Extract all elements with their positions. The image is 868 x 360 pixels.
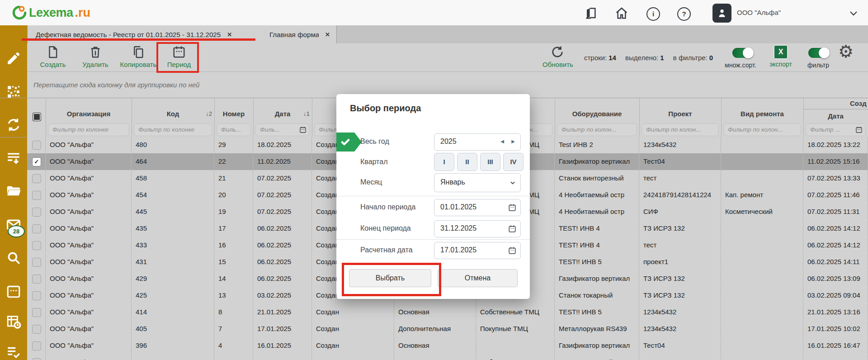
column-header-created[interactable]: СоздДатаФильтр ... xyxy=(803,98,868,137)
year-input[interactable]: 2025◀▶ xyxy=(434,133,521,151)
cell-created: 06.02.2025 14:12 xyxy=(803,237,868,253)
row-checkbox[interactable] xyxy=(32,224,41,233)
date-input[interactable]: 31.12.2025 xyxy=(434,220,521,237)
filter-input-repair[interactable]: Фильтр по колон... xyxy=(723,123,801,136)
row-checkbox[interactable] xyxy=(32,275,41,284)
cell-repair xyxy=(721,170,803,186)
row-checkbox[interactable] xyxy=(32,325,41,334)
row-checkbox[interactable] xyxy=(32,241,41,250)
sidebar-modules-icon[interactable] xyxy=(6,84,21,99)
row-checkbox[interactable] xyxy=(32,258,41,267)
row-checkbox-cell xyxy=(27,287,46,303)
cell-repair xyxy=(721,321,803,337)
column-header-date[interactable]: Дата↓1Филь... xyxy=(253,98,312,137)
window-exit-icon[interactable] xyxy=(584,6,598,20)
row-checkbox[interactable] xyxy=(32,291,41,300)
cell-project: ТЗ ИСРЗ 132 xyxy=(639,220,721,237)
column-header-code[interactable]: Код↓2Фильтр по колонке xyxy=(132,98,215,137)
cell-project: 1234к5432 xyxy=(639,137,721,153)
company-selector[interactable]: ООО "Альфа" xyxy=(737,0,781,25)
sidebar-report-clock-icon[interactable] xyxy=(6,314,21,329)
sidebar-pencil-icon[interactable] xyxy=(6,51,21,66)
quarter-button-II[interactable]: II xyxy=(457,153,477,171)
multi-sort-toggle[interactable] xyxy=(732,48,753,58)
filter-label: фильтр xyxy=(800,61,836,70)
copy-button[interactable]: Копировать xyxy=(117,43,160,71)
quarter-button-I[interactable]: I xyxy=(434,153,454,171)
calendar-icon[interactable] xyxy=(508,225,516,233)
lexema-logo[interactable]: Lexema.ru xyxy=(12,5,90,21)
chevron-down-icon[interactable] xyxy=(848,8,859,19)
select-button[interactable]: Выбрать xyxy=(349,269,431,287)
cell-date: 06.02.2025 xyxy=(253,237,312,253)
field-label: Конец периода xyxy=(360,220,411,237)
filter-input-created[interactable]: Фильтр ... xyxy=(806,123,866,136)
rows-count: 14 xyxy=(609,54,616,62)
sidebar-search-icon[interactable] xyxy=(6,250,21,265)
delete-button[interactable]: Удалить xyxy=(74,43,117,71)
filter-input-equip[interactable]: Фильтр по колон... xyxy=(557,123,637,136)
sidebar-folder-open-icon[interactable] xyxy=(6,184,21,199)
help-icon[interactable]: ? xyxy=(677,7,691,21)
check-icon xyxy=(340,137,351,147)
select-all-checkbox[interactable] xyxy=(33,113,41,121)
column-header-equip[interactable]: ОборудованиеФильтр по колон... xyxy=(555,98,640,137)
cell-date: 06.02.2025 xyxy=(253,270,312,287)
table-row[interactable]: ООО "Альфа"414821.01.2025СозданОсновнаяС… xyxy=(27,304,868,321)
row-checkbox[interactable] xyxy=(32,358,41,360)
cancel-button[interactable]: Отмена xyxy=(438,269,518,287)
calendar-icon[interactable] xyxy=(508,246,516,255)
date-input[interactable]: 01.01.2025 xyxy=(434,199,521,216)
cell-repair xyxy=(721,304,803,320)
filter-input-code[interactable]: Фильтр по колонке xyxy=(134,123,212,136)
home-icon[interactable] xyxy=(615,6,628,20)
filter-input-date[interactable]: Филь... xyxy=(255,123,310,136)
month-select[interactable]: Январь xyxy=(434,173,521,192)
excel-export-button[interactable]: X xyxy=(774,45,788,59)
row-checkbox[interactable] xyxy=(32,191,41,200)
row-checkbox[interactable] xyxy=(32,208,41,217)
row-checkbox[interactable] xyxy=(32,308,41,317)
field-label: Месяц xyxy=(360,173,382,191)
quarter-button-IV[interactable]: IV xyxy=(503,153,524,171)
tab-defect-register[interactable]: Дефектная ведомость - Реестр от 01.01.20… xyxy=(27,25,262,43)
date-input[interactable]: 17.01.2025 xyxy=(434,242,521,259)
column-header-org[interactable]: ОрганизацияФильтр по колонке xyxy=(46,98,132,137)
column-header-repair[interactable]: Вид ремонтаФильтр по колон... xyxy=(721,98,804,137)
row-checkbox[interactable]: ✓ xyxy=(32,157,41,166)
year-next-icon[interactable]: ▶ xyxy=(511,134,515,149)
close-icon[interactable]: ✕ xyxy=(325,31,330,38)
tab-main-form[interactable]: Главная форма ✕ xyxy=(261,25,337,43)
calendar-icon[interactable] xyxy=(508,204,516,212)
quarter-button-III[interactable]: III xyxy=(480,153,500,171)
calendar-icon[interactable] xyxy=(299,126,307,133)
row-checkbox[interactable] xyxy=(32,141,41,150)
close-icon[interactable]: ✕ xyxy=(227,31,232,38)
gear-icon[interactable]: ⚙ xyxy=(838,42,854,62)
table-row[interactable]: ООО "Альфа"384216.01.2025СозданОсновнаяС… xyxy=(27,354,868,360)
sidebar-list-check-icon[interactable] xyxy=(6,344,21,360)
sidebar-calendar-icon[interactable] xyxy=(6,284,21,299)
info-icon[interactable]: i xyxy=(646,7,660,21)
filter-input-project[interactable]: Фильтр по колон... xyxy=(642,123,719,136)
period-button[interactable]: Период xyxy=(160,43,198,71)
year-prev-icon[interactable]: ◀ xyxy=(500,134,504,149)
create-button[interactable]: Создать xyxy=(32,43,74,71)
row-checkbox[interactable] xyxy=(32,174,41,183)
column-header-project[interactable]: ПроектФильтр по колон... xyxy=(639,98,722,137)
sidebar-list-download-icon[interactable] xyxy=(6,151,21,166)
cell-num: 7 xyxy=(214,321,253,337)
table-row[interactable]: ООО "Альфа"405717.01.2025СозданДополните… xyxy=(27,321,868,338)
cell-tmc: Покупные ТМЦ xyxy=(476,321,555,337)
row-checkbox[interactable] xyxy=(32,341,41,351)
cell-code: 425 xyxy=(132,287,214,303)
filter-input-org[interactable]: Фильтр по колонке xyxy=(48,123,129,136)
refresh-button[interactable]: Обновить xyxy=(542,43,572,68)
calendar-icon[interactable] xyxy=(855,126,863,133)
filter-input-num[interactable]: Филь... xyxy=(217,123,251,136)
user-avatar[interactable] xyxy=(712,4,731,23)
filter-toggle[interactable] xyxy=(808,48,829,58)
table-row[interactable]: ООО "Альфа"396416.01.2025СозданОсновнаяГ… xyxy=(27,337,868,355)
column-header-num[interactable]: НомерФиль... xyxy=(214,98,254,137)
whole-year-check-badge[interactable] xyxy=(336,133,354,152)
